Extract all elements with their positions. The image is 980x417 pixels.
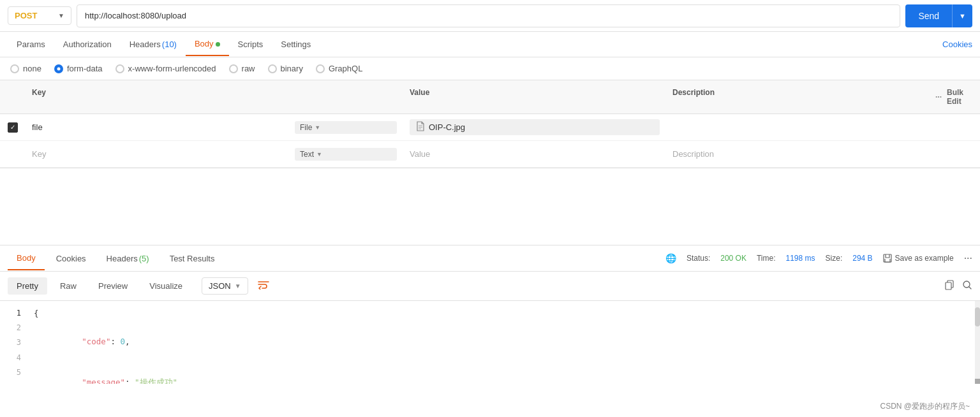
radio-circle-urlencoded — [115, 64, 124, 73]
radio-urlencoded[interactable]: x-www-form-urlencoded — [115, 64, 216, 73]
empty-table-row: Text ▼ — [0, 141, 980, 168]
radio-circle-graphql — [316, 64, 325, 73]
radio-none[interactable]: none — [10, 64, 41, 73]
tab-body[interactable]: Body — [186, 33, 229, 56]
tab-params[interactable]: Params — [8, 33, 54, 55]
line-num-5: 5 — [0, 365, 29, 380]
format-bar: Pretty Raw Preview Visualize JSON ▼ — [0, 272, 980, 301]
format-type-chevron-icon: ▼ — [235, 282, 241, 289]
bulk-edit-label[interactable]: Bulk Edit — [947, 88, 974, 106]
th-type — [288, 84, 403, 110]
scrollbar-end-marker — [975, 379, 980, 384]
empty-space — [0, 168, 980, 245]
resp-tab-cookies[interactable]: Cookies — [47, 247, 95, 270]
radio-graphql[interactable]: GraphQL — [316, 64, 362, 73]
code-content: { "code": 0, "message": "操作成功", "data": … — [29, 301, 980, 384]
empty-key-input[interactable] — [32, 149, 282, 159]
row-desc-cell — [666, 119, 929, 136]
row-checkbox[interactable]: ✓ — [8, 122, 18, 133]
request-tabs: Params Authorization Headers(10) Body Sc… — [0, 32, 980, 57]
radio-raw[interactable]: raw — [229, 64, 255, 73]
body-active-dot — [216, 42, 220, 47]
vertical-scrollbar[interactable] — [975, 301, 980, 384]
line-numbers: 1 2 3 4 5 — [0, 301, 29, 384]
th-actions: ··· Bulk Edit — [929, 84, 980, 110]
row-desc-input[interactable] — [672, 122, 923, 132]
row-key-input[interactable] — [32, 122, 282, 132]
table-header-row: Key Value Description ··· Bulk Edit — [0, 80, 980, 114]
method-chevron-icon: ▼ — [58, 12, 64, 19]
line-num-2: 2 — [0, 321, 29, 335]
code-line-3: "message": "操作成功", — [29, 362, 980, 384]
table-row: ✓ File ▼ OIP-C.jpg — [0, 114, 980, 141]
empty-checkbox-cell — [0, 150, 26, 158]
empty-type-select[interactable]: Text ▼ — [295, 148, 397, 161]
radio-circle-raw — [229, 64, 238, 73]
send-arrow-icon[interactable]: ▼ — [953, 7, 972, 25]
form-data-table: Key Value Description ··· Bulk Edit ✓ Fi… — [0, 80, 980, 168]
row-value-cell: OIP-C.jpg — [403, 115, 666, 139]
empty-action-cell — [929, 150, 980, 158]
save-icon — [883, 254, 892, 263]
radio-circle-none — [10, 64, 19, 73]
url-input[interactable] — [77, 4, 900, 27]
tab-scripts[interactable]: Scripts — [229, 33, 272, 55]
scrollbar-thumb[interactable] — [975, 307, 980, 326]
row-action-cell — [929, 124, 980, 131]
radio-form-data[interactable]: form-data — [54, 64, 103, 73]
svg-point-3 — [963, 281, 970, 288]
radio-circle-binary — [268, 64, 277, 73]
empty-value-input[interactable] — [410, 149, 660, 159]
resp-tab-headers[interactable]: Headers(5) — [98, 247, 158, 270]
line-num-1: 1 — [0, 306, 29, 321]
wrap-icon[interactable] — [252, 277, 275, 295]
empty-type-chevron-icon: ▼ — [316, 151, 322, 157]
bulk-edit-dots[interactable]: ··· — [935, 92, 942, 101]
th-description: Description — [666, 84, 929, 110]
radio-circle-form-data — [54, 64, 63, 73]
more-options-icon[interactable]: ··· — [964, 252, 972, 264]
line-num-3: 3 — [0, 335, 29, 350]
save-example-button[interactable]: Save as example — [883, 254, 954, 263]
code-line-1: { — [29, 306, 980, 321]
fmt-tab-raw[interactable]: Raw — [51, 277, 85, 295]
empty-type-cell: Text ▼ — [288, 144, 403, 165]
fmt-tab-pretty[interactable]: Pretty — [8, 277, 47, 295]
search-response-icon[interactable] — [962, 280, 972, 293]
th-key: Key — [26, 84, 288, 110]
row-type-select[interactable]: File ▼ — [295, 121, 397, 134]
format-type-select[interactable]: JSON ▼ — [202, 277, 248, 295]
check-icon: ✓ — [10, 124, 15, 131]
tab-settings[interactable]: Settings — [272, 33, 320, 55]
resp-tab-test-results[interactable]: Test Results — [161, 247, 224, 270]
file-name: OIP-C.jpg — [429, 122, 465, 132]
resp-tab-body[interactable]: Body — [8, 247, 45, 270]
file-icon — [416, 121, 425, 133]
send-button[interactable]: Send ▼ — [905, 4, 972, 27]
empty-key-cell — [26, 145, 288, 163]
fmt-tab-preview[interactable]: Preview — [89, 277, 137, 295]
empty-desc-cell — [666, 145, 929, 163]
th-value: Value — [403, 84, 666, 110]
line-num-4: 4 — [0, 351, 29, 365]
tab-authorization[interactable]: Authorization — [54, 33, 121, 55]
copy-icon[interactable] — [944, 280, 954, 293]
row-type-cell: File ▼ — [288, 117, 403, 138]
method-selector[interactable]: POST ▼ — [8, 6, 71, 25]
file-value-display: OIP-C.jpg — [410, 119, 660, 135]
empty-value-cell — [403, 145, 666, 163]
response-tabs: Body Cookies Headers(5) Test Results 🌐 S… — [0, 245, 980, 272]
th-checkbox — [0, 84, 26, 110]
svg-rect-2 — [946, 282, 951, 289]
tab-headers[interactable]: Headers(10) — [121, 33, 186, 55]
status-bar: 🌐 Status: 200 OK Time: 1198 ms Size: 294… — [665, 252, 972, 264]
empty-desc-input[interactable] — [672, 149, 923, 159]
radio-binary[interactable]: binary — [268, 64, 303, 73]
globe-icon: 🌐 — [665, 253, 676, 263]
send-label: Send — [905, 6, 952, 26]
type-chevron-icon: ▼ — [315, 124, 320, 131]
cookies-link[interactable]: Cookies — [942, 40, 972, 49]
top-bar: POST ▼ Send ▼ — [0, 0, 980, 32]
fmt-tab-visualize[interactable]: Visualize — [140, 277, 191, 295]
watermark: CSDN @爱跑步的程序员~ — [880, 401, 970, 412]
